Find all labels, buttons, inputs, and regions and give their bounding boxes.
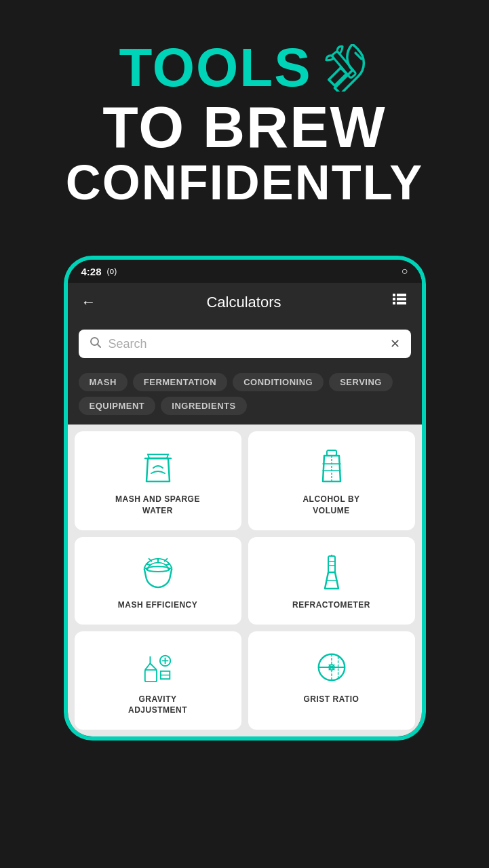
calc-card-gravity[interactable]: GRAVITYADJUSTMENT (75, 631, 241, 730)
status-left: 4:28 (o) (81, 266, 117, 277)
svg-rect-2 (393, 294, 395, 296)
gravity-adjustment-label: GRAVITYADJUSTMENT (128, 694, 187, 717)
search-icon (90, 336, 102, 351)
filter-tag-mash[interactable]: MASH (79, 373, 128, 391)
gravity-icon (141, 650, 175, 684)
app-header: ← Calculators (68, 283, 422, 321)
mash-icon (141, 450, 175, 484)
filter-tags-container: MASH FERMENTATION CONDITIONING SERVING E… (68, 366, 422, 425)
calculator-grid: MASH AND SPARGEWATER ALCOHOL BYVOLUME (68, 425, 422, 736)
calc-card-mash-efficiency[interactable]: MASH EFFICIENCY (75, 537, 241, 625)
filter-tag-serving[interactable]: SERVING (329, 373, 393, 391)
filter-tag-conditioning[interactable]: CONDITIONING (233, 373, 324, 391)
svg-rect-17 (144, 669, 156, 681)
hero-confidently-text: CONFIDENTLY (27, 156, 462, 210)
svg-line-9 (97, 344, 100, 348)
grid-view-button[interactable] (391, 292, 408, 312)
mash-efficiency-label: MASH EFFICIENCY (118, 599, 198, 611)
calc-card-mash-sparge[interactable]: MASH AND SPARGEWATER (75, 431, 241, 530)
svg-rect-3 (393, 298, 395, 300)
search-clear-button[interactable]: ✕ (390, 336, 400, 351)
search-placeholder: Search (109, 337, 383, 351)
refractometer-icon (315, 556, 349, 590)
abv-label: ALCOHOL BYVOLUME (302, 494, 359, 517)
filter-tag-ingredients[interactable]: INGREDIENTS (161, 397, 246, 415)
search-container: Search ✕ (68, 321, 422, 366)
mash-sparge-label: MASH AND SPARGEWATER (115, 494, 200, 517)
phone-wrapper: 4:28 (o) ○ ← Calculators (0, 257, 489, 739)
status-bar: 4:28 (o) ○ (68, 260, 422, 283)
screen-title: Calculators (206, 294, 281, 311)
svg-rect-6 (397, 298, 406, 300)
svg-rect-13 (328, 556, 335, 572)
status-signal: (o) (107, 267, 117, 276)
calc-card-grist-ratio[interactable]: GRIST RATIO (248, 631, 415, 730)
hero-title-row1: TOOLS (27, 41, 462, 95)
back-button[interactable]: ← (81, 294, 96, 311)
search-bar[interactable]: Search ✕ (79, 330, 411, 358)
efficiency-icon (141, 556, 175, 590)
grist-icon (315, 650, 349, 684)
filter-tag-fermentation[interactable]: FERMENTATION (133, 373, 227, 391)
refractometer-label: REFRACTOMETER (292, 599, 370, 611)
calc-card-refractometer[interactable]: REFRACTOMETER (248, 537, 415, 625)
svg-rect-4 (393, 302, 395, 304)
calc-card-abv[interactable]: ALCOHOL BYVOLUME (248, 431, 415, 530)
wrench-icon (323, 44, 370, 92)
grid-icon (391, 292, 408, 309)
hero-tools-text: TOOLS (119, 41, 311, 95)
hero-brew-text: TO BREW (27, 98, 462, 156)
filter-tag-equipment[interactable]: EQUIPMENT (79, 397, 156, 415)
status-time: 4:28 (81, 266, 102, 277)
status-battery: ○ (402, 265, 408, 277)
svg-rect-5 (397, 294, 406, 296)
hero-section: TOOLS TO BREW CONFIDENTLY (0, 0, 489, 237)
phone-frame: 4:28 (o) ○ ← Calculators (65, 257, 425, 739)
magnifier-icon (90, 336, 102, 349)
svg-rect-7 (397, 302, 406, 304)
grist-ratio-label: GRIST RATIO (304, 694, 359, 705)
svg-point-12 (146, 566, 170, 572)
abv-icon (315, 450, 349, 484)
